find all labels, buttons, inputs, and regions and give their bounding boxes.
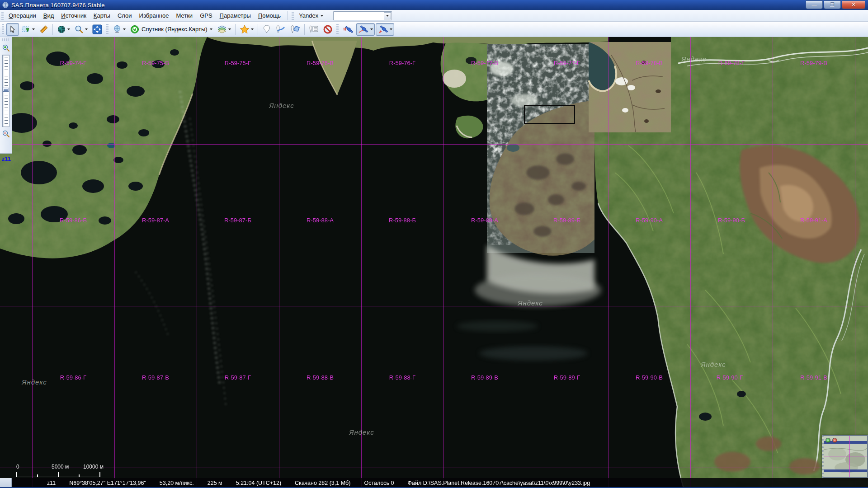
menu-item-1[interactable]: Операции: [5, 11, 40, 20]
path-icon: [276, 25, 286, 34]
grid-quad-label: R-59-79-В: [800, 60, 827, 66]
gps-follow-button[interactable]: [376, 23, 394, 36]
ruler-icon: [39, 25, 48, 34]
grid-line-vertical: [443, 37, 444, 488]
grid-line-vertical: [608, 37, 609, 488]
search-combobox[interactable]: [333, 11, 392, 20]
menu-bar: ОперацииВидИсточникКартыСлоиИзбранноеМет…: [0, 10, 868, 22]
zoom-slider[interactable]: [2, 55, 9, 127]
cursor-icon: [9, 25, 17, 33]
add-polygon-button[interactable]: [288, 23, 302, 36]
zoom-level-label: z11: [2, 155, 11, 162]
gps-track-button[interactable]: [356, 23, 375, 36]
whole-map-button[interactable]: [55, 23, 72, 36]
scale-bar: 0 5000 м 10000 м: [16, 464, 107, 477]
placemark-list-icon: [309, 25, 319, 34]
grid-quad-label: R-59-74-Г: [60, 60, 86, 66]
zoom-out-button[interactable]: [1, 129, 11, 139]
layers-button[interactable]: [215, 23, 233, 36]
title-bar: SAS.Планета 160707.9476 Stable — ❐ ✕: [0, 0, 868, 10]
zoom-tool-button[interactable]: [73, 23, 90, 36]
map-type-button[interactable]: Спутник (Яндекс.Карты): [128, 23, 214, 36]
grid-quad-label: R-59-90-В: [636, 374, 663, 381]
zoom-slider-handle[interactable]: [3, 88, 9, 92]
menu-item-7[interactable]: Метки: [172, 11, 196, 20]
menu-item-3[interactable]: Источник: [57, 11, 90, 20]
placemark-manager-button[interactable]: [307, 23, 321, 36]
grid-quad-label: R-59-89-В: [471, 374, 498, 381]
menu-item-9[interactable]: Параметры: [216, 11, 255, 20]
gps-track-icon: [358, 24, 369, 34]
zoom-panel: [0, 37, 12, 154]
map-viewport[interactable]: R-59-74-ГR-59-75-ВR-59-75-ГR-59-76-ВR-59…: [0, 37, 868, 488]
grid-line-vertical: [361, 37, 362, 488]
grid-line-vertical: [32, 37, 33, 488]
status-resolution: 53,20 м/пикс.: [160, 480, 194, 486]
ruler-button[interactable]: [38, 23, 50, 36]
close-button[interactable]: ✕: [842, 0, 865, 9]
menu-item-4[interactable]: Карты: [90, 11, 114, 20]
grid-line-horizontal: [0, 144, 868, 145]
status-remaining: Осталось 0: [364, 480, 394, 486]
chevron-down-icon: [228, 28, 231, 30]
toolbar-separator: [258, 24, 258, 35]
menu-item-8[interactable]: GPS: [196, 11, 216, 20]
chevron-down-icon: [123, 28, 126, 30]
status-time: 5:21:04 (UTC+12): [236, 480, 281, 486]
grid-quad-label: R-59-90-Б: [718, 217, 745, 224]
grid-quad-label: R-59-75-Г: [225, 60, 251, 66]
hide-marks-button[interactable]: [321, 23, 334, 36]
fullscreen-button[interactable]: [90, 23, 104, 36]
add-placemark-button[interactable]: [260, 23, 273, 36]
map-source-dropdown[interactable]: Yandex: [295, 11, 327, 20]
menu-item-10[interactable]: Помощь: [255, 11, 284, 20]
zoom-out-icon: [2, 130, 10, 138]
zoom-in-button[interactable]: [1, 43, 11, 53]
yandex-watermark: Яндекс: [22, 378, 47, 386]
projection-button[interactable]: [111, 23, 127, 36]
grid-quad-label: R-59-75-В: [142, 60, 169, 66]
menu-item-6[interactable]: Избранное: [136, 11, 173, 20]
gps-connect-button[interactable]: [341, 23, 355, 36]
menu-item-5[interactable]: Слои: [114, 11, 136, 20]
minimize-button[interactable]: —: [806, 0, 823, 9]
scale-tick-label: 10000 м: [83, 464, 104, 470]
select-region-button[interactable]: [20, 23, 37, 36]
chevron-down-icon: [321, 15, 323, 17]
grid-quad-label: R-59-87-А: [142, 217, 169, 224]
zoom-in-icon: [2, 44, 10, 52]
chevron-down-icon: [390, 28, 392, 30]
grid-quad-label: R-59-88-Б: [389, 217, 416, 224]
mini-map[interactable]: + −: [822, 435, 868, 478]
layers-icon: [217, 25, 227, 34]
pan-cursor-button[interactable]: [6, 23, 19, 36]
fullscreen-icon: [92, 24, 102, 34]
mini-map-gridline: [849, 436, 850, 477]
app-icon: [2, 1, 9, 9]
toolbar-separator: [235, 24, 236, 35]
app-window: SAS.Планета 160707.9476 Stable — ❐ ✕ Опе…: [0, 0, 868, 488]
add-path-button[interactable]: [274, 23, 288, 36]
grid-quad-label: R-59-89-А: [471, 217, 498, 224]
globe-icon: [57, 25, 66, 34]
mini-map-zoom-in-button[interactable]: +: [826, 438, 830, 443]
menu-item-2[interactable]: Вид: [40, 11, 58, 20]
toolbar-grip: [1, 12, 4, 20]
maximize-button[interactable]: ❐: [824, 0, 841, 9]
satellite-imagery: [0, 37, 868, 488]
yandex-watermark: Яндекс: [349, 428, 374, 436]
grid-line-horizontal: [0, 468, 868, 468]
mini-map-zoom-out-button[interactable]: −: [832, 438, 837, 443]
grid-line-vertical: [855, 37, 855, 488]
grid-line-vertical: [197, 37, 197, 488]
favorites-button[interactable]: [238, 23, 255, 36]
globe-stand-icon: [113, 25, 122, 34]
combobox-dropdown-button[interactable]: [384, 12, 391, 19]
window-title: SAS.Планета 160707.9476 Stable: [11, 2, 105, 9]
grid-line-vertical: [114, 37, 115, 488]
grid-quad-label: R-59-86-Б: [60, 217, 87, 224]
grid-quad-label: R-59-90-Г: [717, 374, 743, 381]
status-coordinates: N69°38'05,27" E171°17'13,96": [69, 480, 146, 486]
grid-quad-label: R-59-89-Г: [554, 374, 580, 381]
grid-quad-label: R-59-88-А: [307, 217, 334, 224]
